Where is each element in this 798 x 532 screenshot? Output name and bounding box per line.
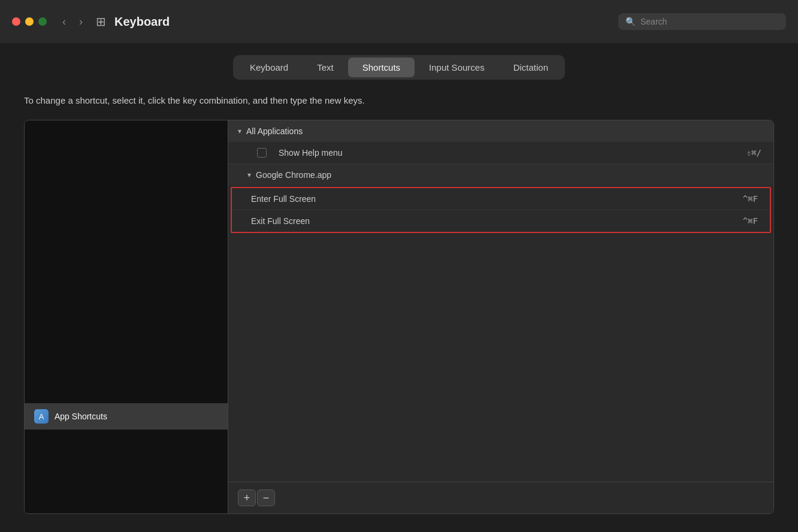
description-text: To change a shortcut, select it, click t… xyxy=(24,94,774,108)
tab-shortcuts[interactable]: Shortcuts xyxy=(348,58,415,77)
traffic-lights xyxy=(12,17,47,26)
window-title: Keyboard xyxy=(114,15,618,29)
all-applications-header[interactable]: ▾ All Applications xyxy=(228,120,773,142)
all-applications-label: All Applications xyxy=(246,126,303,136)
minimize-button[interactable] xyxy=(25,17,34,26)
forward-button[interactable]: › xyxy=(75,14,86,29)
bottom-toolbar: + − xyxy=(228,482,773,513)
highlighted-group: Enter Full Screen ^⌘F Exit Full Screen ^… xyxy=(231,187,771,233)
sidebar-item-app-shortcuts[interactable]: A App Shortcuts xyxy=(25,403,228,430)
google-chrome-header[interactable]: ▾ Google Chrome.app xyxy=(228,164,773,186)
tab-bar: Keyboard Text Shortcuts Input Sources Di… xyxy=(233,55,565,80)
add-shortcut-button[interactable]: + xyxy=(238,489,256,506)
show-help-menu-keys: ⇧⌘/ xyxy=(746,148,761,158)
show-help-menu-name: Show Help menu xyxy=(279,148,746,158)
panel: A App Shortcuts ▾ All Applications Show … xyxy=(24,120,774,515)
enter-full-screen-name: Enter Full Screen xyxy=(251,194,743,204)
show-help-menu-checkbox[interactable] xyxy=(257,148,267,158)
tab-keyboard[interactable]: Keyboard xyxy=(235,58,303,77)
exit-full-screen-name: Exit Full Screen xyxy=(251,216,743,226)
shortcuts-list: ▾ All Applications Show Help menu ⇧⌘/ ▾ … xyxy=(228,120,773,482)
google-chrome-chevron: ▾ xyxy=(247,171,251,179)
tab-dictation[interactable]: Dictation xyxy=(499,58,563,77)
enter-full-screen-keys: ^⌘F xyxy=(743,194,758,204)
search-input[interactable] xyxy=(640,17,779,26)
titlebar: ‹ › ⊞ Keyboard 🔍 xyxy=(0,0,798,43)
exit-full-screen-keys: ^⌘F xyxy=(743,216,758,226)
app-icon-letter: A xyxy=(39,412,44,421)
search-icon: 🔍 xyxy=(625,17,636,26)
close-button[interactable] xyxy=(12,17,20,26)
tab-text[interactable]: Text xyxy=(303,58,348,77)
main-content: Keyboard Text Shortcuts Input Sources Di… xyxy=(0,43,798,532)
show-help-menu-row[interactable]: Show Help menu ⇧⌘/ xyxy=(228,142,773,164)
tab-input-sources[interactable]: Input Sources xyxy=(415,58,499,77)
remove-shortcut-button[interactable]: − xyxy=(257,489,275,506)
grid-icon[interactable]: ⊞ xyxy=(96,14,106,29)
right-content: ▾ All Applications Show Help menu ⇧⌘/ ▾ … xyxy=(228,120,773,514)
sidebar-upper-area xyxy=(25,120,228,404)
app-shortcuts-icon: A xyxy=(34,409,49,424)
maximize-button[interactable] xyxy=(38,17,47,26)
google-chrome-label: Google Chrome.app xyxy=(256,170,331,180)
exit-full-screen-row[interactable]: Exit Full Screen ^⌘F xyxy=(232,210,770,232)
left-sidebar: A App Shortcuts xyxy=(25,120,228,514)
enter-full-screen-row[interactable]: Enter Full Screen ^⌘F xyxy=(232,188,770,210)
sidebar-lower-area xyxy=(25,430,228,513)
all-apps-chevron: ▾ xyxy=(238,127,241,135)
search-bar: 🔍 xyxy=(618,13,786,30)
back-button[interactable]: ‹ xyxy=(59,14,69,29)
sidebar-item-label: App Shortcuts xyxy=(55,412,107,421)
nav-buttons: ‹ › xyxy=(59,14,86,29)
